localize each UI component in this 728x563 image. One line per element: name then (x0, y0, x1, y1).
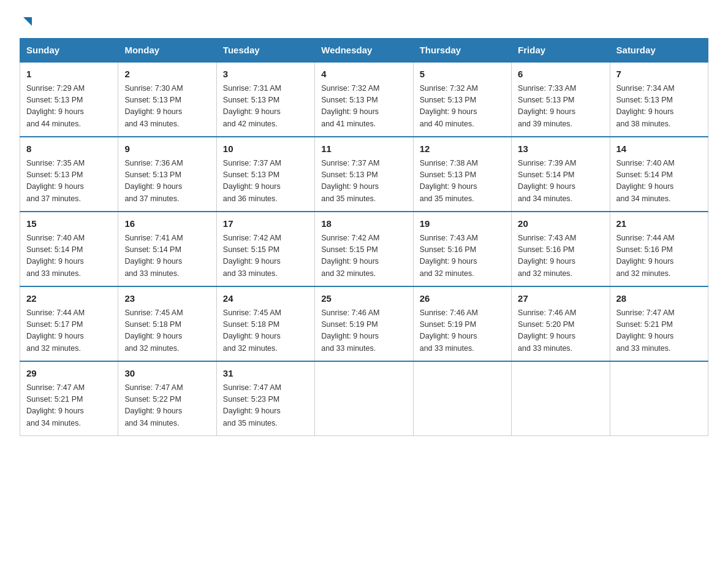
day-info: Sunrise: 7:47 AMSunset: 5:21 PMDaylight:… (616, 307, 702, 355)
day-info: Sunrise: 7:46 AMSunset: 5:19 PMDaylight:… (321, 307, 406, 355)
day-number: 27 (518, 292, 603, 306)
calendar-day-cell: 17 Sunrise: 7:42 AMSunset: 5:15 PMDaylig… (216, 212, 314, 286)
calendar-day-cell: 29 Sunrise: 7:47 AMSunset: 5:21 PMDaylig… (20, 361, 118, 436)
day-info: Sunrise: 7:40 AMSunset: 5:14 PMDaylight:… (616, 158, 702, 205)
day-number: 25 (321, 292, 406, 306)
day-info: Sunrise: 7:29 AMSunset: 5:13 PMDaylight:… (26, 83, 112, 131)
weekday-header-row: SundayMondayTuesdayWednesdayThursdayFrid… (20, 39, 708, 63)
calendar-day-cell: 12 Sunrise: 7:38 AMSunset: 5:13 PMDaylig… (413, 137, 511, 212)
day-number: 31 (223, 367, 308, 381)
calendar-day-cell: 11 Sunrise: 7:37 AMSunset: 5:13 PMDaylig… (315, 137, 413, 212)
weekday-header-wednesday: Wednesday (315, 39, 413, 63)
logo-arrow-icon (21, 15, 32, 28)
day-info: Sunrise: 7:43 AMSunset: 5:16 PMDaylight:… (518, 232, 603, 280)
day-number: 4 (321, 67, 406, 82)
calendar-week-row: 22 Sunrise: 7:44 AMSunset: 5:17 PMDaylig… (20, 286, 708, 361)
day-info: Sunrise: 7:40 AMSunset: 5:14 PMDaylight:… (26, 232, 112, 280)
day-number: 6 (518, 67, 603, 82)
day-number: 9 (124, 142, 210, 156)
day-info: Sunrise: 7:45 AMSunset: 5:18 PMDaylight:… (124, 307, 210, 355)
day-number: 16 (124, 217, 210, 231)
day-number: 2 (124, 67, 210, 82)
day-number: 10 (223, 142, 308, 156)
day-number: 13 (518, 142, 603, 156)
day-number: 3 (223, 67, 308, 82)
day-info: Sunrise: 7:47 AMSunset: 5:23 PMDaylight:… (223, 382, 308, 430)
calendar-day-cell: 31 Sunrise: 7:47 AMSunset: 5:23 PMDaylig… (216, 361, 314, 436)
day-info: Sunrise: 7:42 AMSunset: 5:15 PMDaylight:… (223, 232, 308, 280)
calendar-day-cell: 2 Sunrise: 7:30 AMSunset: 5:13 PMDayligh… (118, 62, 216, 137)
day-number: 22 (26, 292, 112, 306)
calendar-day-cell: 4 Sunrise: 7:32 AMSunset: 5:13 PMDayligh… (315, 62, 413, 137)
calendar-day-cell: 13 Sunrise: 7:39 AMSunset: 5:14 PMDaylig… (512, 137, 610, 212)
day-number: 17 (223, 217, 308, 231)
day-number: 18 (321, 217, 406, 231)
page-header (20, 15, 708, 28)
day-info: Sunrise: 7:39 AMSunset: 5:14 PMDaylight:… (518, 158, 603, 205)
calendar-day-cell: 21 Sunrise: 7:44 AMSunset: 5:16 PMDaylig… (610, 212, 708, 286)
logo (20, 15, 32, 28)
day-number: 29 (26, 367, 112, 381)
day-info: Sunrise: 7:33 AMSunset: 5:13 PMDaylight:… (518, 83, 603, 131)
calendar-table: SundayMondayTuesdayWednesdayThursdayFrid… (20, 38, 708, 436)
calendar-day-cell: 20 Sunrise: 7:43 AMSunset: 5:16 PMDaylig… (512, 212, 610, 286)
day-number: 26 (420, 292, 505, 306)
calendar-day-cell: 24 Sunrise: 7:45 AMSunset: 5:18 PMDaylig… (216, 286, 314, 361)
calendar-week-row: 1 Sunrise: 7:29 AMSunset: 5:13 PMDayligh… (20, 62, 708, 137)
weekday-header-monday: Monday (118, 39, 216, 63)
calendar-day-cell: 16 Sunrise: 7:41 AMSunset: 5:14 PMDaylig… (118, 212, 216, 286)
day-number: 7 (616, 67, 702, 82)
calendar-day-cell: 3 Sunrise: 7:31 AMSunset: 5:13 PMDayligh… (216, 62, 314, 137)
day-number: 23 (124, 292, 210, 306)
calendar-day-cell: 27 Sunrise: 7:46 AMSunset: 5:20 PMDaylig… (512, 286, 610, 361)
day-info: Sunrise: 7:42 AMSunset: 5:15 PMDaylight:… (321, 232, 406, 280)
calendar-day-cell: 10 Sunrise: 7:37 AMSunset: 5:13 PMDaylig… (216, 137, 314, 212)
calendar-day-cell: 18 Sunrise: 7:42 AMSunset: 5:15 PMDaylig… (315, 212, 413, 286)
calendar-week-row: 29 Sunrise: 7:47 AMSunset: 5:21 PMDaylig… (20, 361, 708, 436)
day-number: 11 (321, 142, 406, 156)
svg-marker-0 (23, 17, 32, 26)
calendar-day-cell: 7 Sunrise: 7:34 AMSunset: 5:13 PMDayligh… (610, 62, 708, 137)
calendar-day-cell: 5 Sunrise: 7:32 AMSunset: 5:13 PMDayligh… (413, 62, 511, 137)
day-info: Sunrise: 7:46 AMSunset: 5:20 PMDaylight:… (518, 307, 603, 355)
day-info: Sunrise: 7:46 AMSunset: 5:19 PMDaylight:… (420, 307, 505, 355)
calendar-week-row: 8 Sunrise: 7:35 AMSunset: 5:13 PMDayligh… (20, 137, 708, 212)
weekday-header-sunday: Sunday (20, 39, 118, 63)
day-number: 5 (420, 67, 505, 82)
calendar-day-cell (315, 361, 413, 436)
day-info: Sunrise: 7:45 AMSunset: 5:18 PMDaylight:… (223, 307, 308, 355)
calendar-day-cell: 28 Sunrise: 7:47 AMSunset: 5:21 PMDaylig… (610, 286, 708, 361)
calendar-day-cell: 1 Sunrise: 7:29 AMSunset: 5:13 PMDayligh… (20, 62, 118, 137)
calendar-day-cell (512, 361, 610, 436)
calendar-day-cell: 23 Sunrise: 7:45 AMSunset: 5:18 PMDaylig… (118, 286, 216, 361)
day-info: Sunrise: 7:32 AMSunset: 5:13 PMDaylight:… (420, 83, 505, 131)
day-number: 28 (616, 292, 702, 306)
day-number: 20 (518, 217, 603, 231)
day-info: Sunrise: 7:47 AMSunset: 5:21 PMDaylight:… (26, 382, 112, 430)
day-number: 24 (223, 292, 308, 306)
weekday-header-saturday: Saturday (610, 39, 708, 63)
day-info: Sunrise: 7:38 AMSunset: 5:13 PMDaylight:… (420, 158, 505, 205)
calendar-day-cell: 19 Sunrise: 7:43 AMSunset: 5:16 PMDaylig… (413, 212, 511, 286)
day-number: 21 (616, 217, 702, 231)
day-number: 19 (420, 217, 505, 231)
day-number: 12 (420, 142, 505, 156)
calendar-day-cell: 8 Sunrise: 7:35 AMSunset: 5:13 PMDayligh… (20, 137, 118, 212)
weekday-header-friday: Friday (512, 39, 610, 63)
day-info: Sunrise: 7:31 AMSunset: 5:13 PMDaylight:… (223, 83, 308, 131)
day-info: Sunrise: 7:43 AMSunset: 5:16 PMDaylight:… (420, 232, 505, 280)
day-info: Sunrise: 7:41 AMSunset: 5:14 PMDaylight:… (124, 232, 210, 280)
day-info: Sunrise: 7:35 AMSunset: 5:13 PMDaylight:… (26, 158, 112, 205)
day-info: Sunrise: 7:32 AMSunset: 5:13 PMDaylight:… (321, 83, 406, 131)
day-info: Sunrise: 7:30 AMSunset: 5:13 PMDaylight:… (124, 83, 210, 131)
calendar-day-cell: 22 Sunrise: 7:44 AMSunset: 5:17 PMDaylig… (20, 286, 118, 361)
calendar-day-cell: 26 Sunrise: 7:46 AMSunset: 5:19 PMDaylig… (413, 286, 511, 361)
day-number: 14 (616, 142, 702, 156)
calendar-day-cell: 15 Sunrise: 7:40 AMSunset: 5:14 PMDaylig… (20, 212, 118, 286)
day-number: 30 (124, 367, 210, 381)
calendar-day-cell: 25 Sunrise: 7:46 AMSunset: 5:19 PMDaylig… (315, 286, 413, 361)
day-number: 8 (26, 142, 112, 156)
day-info: Sunrise: 7:36 AMSunset: 5:13 PMDaylight:… (124, 158, 210, 205)
calendar-day-cell: 6 Sunrise: 7:33 AMSunset: 5:13 PMDayligh… (512, 62, 610, 137)
calendar-day-cell (413, 361, 511, 436)
